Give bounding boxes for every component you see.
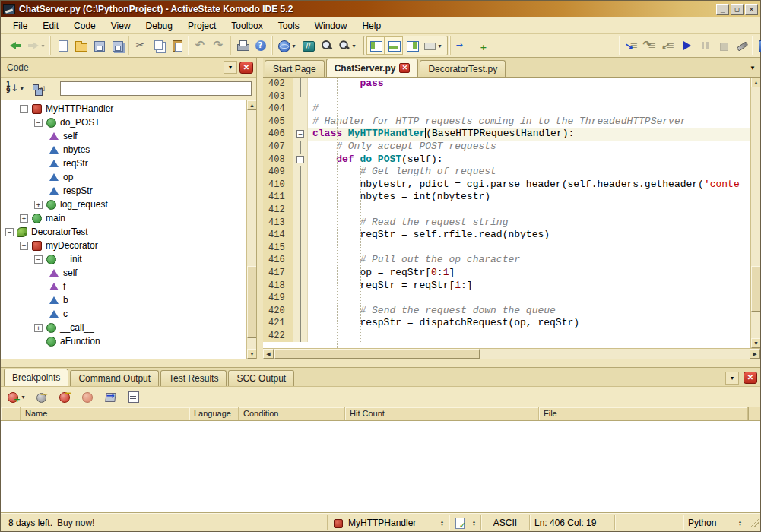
fold-margin[interactable] (293, 141, 308, 154)
fold-margin[interactable] (293, 254, 308, 267)
tree-item-main[interactable]: +main (1, 211, 246, 225)
fold-margin[interactable] (293, 317, 308, 330)
fold-margin[interactable] (293, 242, 308, 255)
fold-margin[interactable] (293, 280, 308, 293)
line-number[interactable]: 414 (263, 229, 293, 242)
line-number[interactable]: 402 (263, 78, 293, 90)
fold-margin[interactable] (293, 330, 308, 343)
editor-vscroll-thumb[interactable] (751, 266, 760, 312)
line-number[interactable]: 411 (263, 191, 293, 204)
line-number[interactable]: 420 (263, 305, 293, 318)
stop-button[interactable] (714, 36, 732, 55)
scroll-down-icon[interactable]: ▼ (751, 338, 760, 348)
dropdown-arrow-icon[interactable]: ▾ (351, 43, 357, 49)
line-number[interactable]: 409 (263, 166, 293, 179)
fold-collapse-icon[interactable]: − (296, 156, 304, 163)
menu-item-file[interactable]: File (5, 18, 35, 33)
tree-expander-icon[interactable]: − (5, 228, 14, 236)
tree-item-afunction[interactable]: aFunction (1, 334, 246, 348)
tab-chatserver-py[interactable]: ChatServer.py✕ (326, 59, 419, 77)
tab-close-icon[interactable]: ✕ (399, 63, 410, 73)
tree-item-decoratortest[interactable]: −DecoratorTest (1, 225, 246, 239)
dropdown-arrow-icon[interactable]: ▾ (291, 43, 296, 49)
save-all-button[interactable] (108, 36, 126, 55)
pane-combo-button[interactable]: ▾ (421, 36, 445, 55)
redo-button[interactable] (210, 36, 228, 55)
close-button[interactable]: × (745, 4, 758, 15)
fold-margin[interactable] (293, 78, 308, 90)
line-number[interactable]: 418 (263, 280, 293, 293)
scc-revert-button[interactable] (544, 36, 563, 55)
bp-disable-all-button[interactable] (33, 388, 51, 406)
column-header-file[interactable]: File (539, 407, 748, 420)
find-files-button[interactable]: ▾ (335, 36, 359, 55)
tab-test-results[interactable]: Test Results (160, 370, 227, 386)
help-button[interactable] (252, 36, 270, 55)
cut-button[interactable] (132, 36, 150, 55)
buy-now-link[interactable]: Buy now! (57, 518, 94, 528)
fold-margin[interactable] (293, 103, 308, 116)
column-header-hit-count[interactable]: Hit Count (345, 407, 539, 420)
dropdown-arrow-icon[interactable]: ▾ (21, 394, 26, 401)
fold-margin[interactable] (293, 191, 308, 204)
fold-margin[interactable] (293, 305, 308, 318)
fold-margin[interactable] (293, 166, 308, 179)
code-filter-input[interactable] (60, 81, 252, 96)
language-selector[interactable]: Python ▲▼ (683, 515, 747, 530)
tab-breakpoints[interactable]: Breakpoints (4, 369, 68, 386)
tree-expander-icon[interactable]: + (34, 324, 43, 332)
tab-command-output[interactable]: Command Output (70, 370, 159, 386)
symbol-spinner-icon[interactable]: ▲▼ (440, 520, 444, 526)
scroll-down-icon[interactable]: ▼ (247, 349, 256, 359)
tree-item-f[interactable]: f (1, 280, 246, 293)
sort-order-button[interactable]: 9▾ (5, 80, 25, 98)
menu-item-debug[interactable]: Debug (138, 18, 180, 33)
maximize-button[interactable]: □ (731, 4, 744, 15)
line-number[interactable]: 415 (263, 242, 293, 255)
menu-item-view[interactable]: View (103, 18, 138, 33)
tree-scroll-thumb[interactable] (247, 266, 256, 338)
horizontal-splitter[interactable] (1, 359, 760, 367)
menu-item-tools[interactable]: Tools (271, 18, 307, 33)
fold-margin[interactable] (293, 229, 308, 242)
paste-button[interactable] (168, 36, 186, 55)
scroll-right-icon[interactable]: ▶ (750, 349, 760, 359)
fold-collapse-icon[interactable]: − (296, 130, 304, 138)
open-button[interactable] (71, 36, 90, 55)
column-picker-icon[interactable] (748, 407, 760, 420)
resize-grip[interactable] (750, 518, 759, 527)
tree-item-self[interactable]: self (1, 129, 246, 143)
tree-expander-icon[interactable]: − (20, 105, 28, 113)
tree-expander-icon[interactable]: − (34, 119, 43, 127)
line-number[interactable]: 405 (263, 116, 293, 128)
column-header-condition[interactable]: Condition (239, 407, 345, 420)
fold-margin[interactable]: − (293, 128, 308, 141)
fold-margin[interactable] (293, 116, 308, 128)
run-button[interactable] (677, 36, 696, 55)
fold-margin[interactable] (293, 292, 308, 305)
line-number[interactable]: 416 (263, 254, 293, 267)
tree-item-respstr[interactable]: respStr (1, 184, 246, 198)
tree-item-c[interactable]: c (1, 307, 246, 321)
line-number[interactable]: 410 (263, 179, 293, 192)
tree-expander-icon[interactable]: + (20, 214, 28, 223)
dropdown-arrow-icon[interactable]: ▾ (40, 43, 46, 49)
line-number[interactable]: 407 (263, 141, 293, 154)
pane-bottom-button[interactable] (385, 36, 403, 55)
tree-item-op[interactable]: op (1, 170, 246, 184)
menu-item-edit[interactable]: Edit (35, 18, 66, 33)
menu-item-help[interactable]: Help (354, 18, 388, 33)
line-number[interactable]: 404 (263, 103, 293, 116)
editor-hscrollbar[interactable]: ◀ ▶ (263, 348, 760, 359)
menu-item-toolbox[interactable]: Toolbox (224, 18, 270, 33)
tab-list-dropdown-icon[interactable]: ▼ (747, 62, 759, 74)
menu-item-window[interactable]: Window (307, 18, 355, 33)
bp-delete-all-button[interactable] (78, 388, 97, 406)
line-number[interactable]: 421 (263, 317, 293, 330)
minimize-button[interactable]: _ (716, 4, 729, 15)
panel-menu-dropdown[interactable]: ▾ (224, 61, 237, 74)
tree-item-myhttphandler[interactable]: −MyHTTPHandler (1, 102, 246, 116)
editor-vscrollbar[interactable]: ▲ ▼ (750, 78, 760, 348)
step-out-button[interactable] (659, 36, 677, 55)
menu-item-code[interactable]: Code (66, 18, 103, 33)
